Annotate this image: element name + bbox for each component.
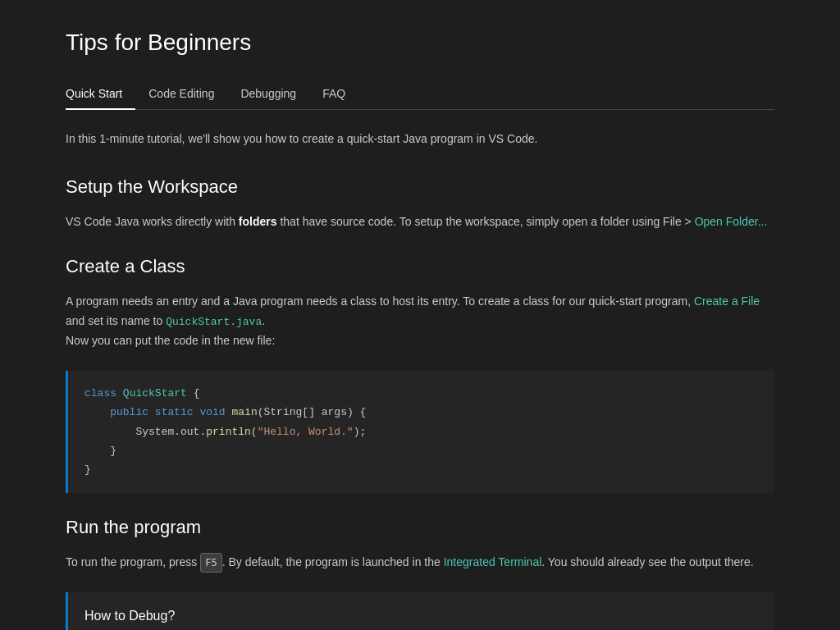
section-body-create-class: A program needs an entry and a Java prog… xyxy=(66,292,774,351)
section-body-setup: VS Code Java works directly with folders… xyxy=(66,212,774,232)
create-file-link[interactable]: Create a File xyxy=(694,294,760,308)
page-container: Tips for Beginners Quick Start Code Edit… xyxy=(0,0,840,630)
tab-code-editing[interactable]: Code Editing xyxy=(135,78,227,109)
tab-debugging[interactable]: Debugging xyxy=(227,78,309,109)
quickstart-filename: QuickStart.java xyxy=(166,316,262,328)
code-line-5: } xyxy=(84,460,758,479)
code-line-4: } xyxy=(84,441,758,460)
code-line-3: System.out.println("Hello, World."); xyxy=(84,422,758,441)
tab-faq[interactable]: FAQ xyxy=(309,78,358,109)
code-line-2: public static void main(String[] args) { xyxy=(84,403,758,422)
page-title: Tips for Beginners xyxy=(66,25,774,62)
callout-debug: How to Debug? When you press F5, you are… xyxy=(66,592,774,630)
code-block: class QuickStart { public static void ma… xyxy=(66,371,774,493)
section-title-setup: Setup the Workspace xyxy=(66,172,774,201)
tabs-container: Quick Start Code Editing Debugging FAQ xyxy=(66,78,774,110)
intro-text: In this 1-minute tutorial, we'll show yo… xyxy=(66,130,774,149)
open-folder-link[interactable]: Open Folder... xyxy=(695,215,768,228)
section-body-run: To run the program, press F5. By default… xyxy=(66,553,774,573)
f5-key-run: F5 xyxy=(200,553,221,573)
bold-folders: folders xyxy=(239,215,277,228)
callout-title: How to Debug? xyxy=(84,605,758,627)
section-title-create-class: Create a Class xyxy=(66,252,774,281)
section-title-run: Run the program xyxy=(66,513,774,541)
tab-quick-start[interactable]: Quick Start xyxy=(66,78,135,109)
integrated-terminal-link[interactable]: Integrated Terminal xyxy=(444,555,542,568)
code-line-1: class QuickStart { xyxy=(84,384,758,403)
